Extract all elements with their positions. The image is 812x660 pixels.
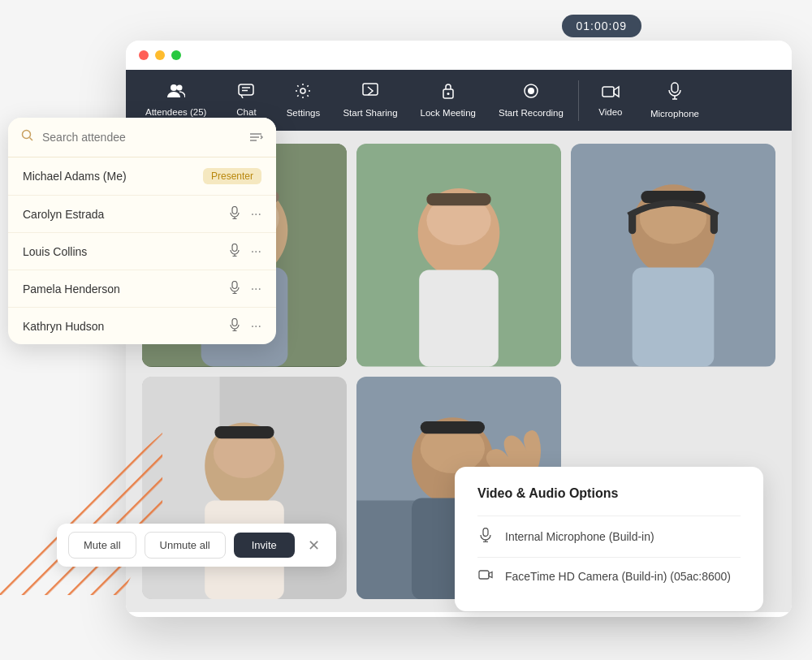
svg-rect-49 xyxy=(232,207,237,214)
video-label: Video xyxy=(598,107,622,117)
presenter-badge: Presenter xyxy=(203,168,261,184)
attendees-label: Attendees (25) xyxy=(145,107,206,117)
window-chrome xyxy=(126,41,792,70)
attendee-row: Michael Adams (Me) Presenter xyxy=(8,157,276,196)
chrome-minimize[interactable] xyxy=(155,50,165,60)
svg-rect-63 xyxy=(483,528,488,537)
video-tile-3 xyxy=(571,144,775,367)
svg-rect-58 xyxy=(232,319,237,326)
attendee-name: Kathryn Hudson xyxy=(23,320,230,333)
microphone-label: Microphone xyxy=(650,109,699,119)
mic-icon xyxy=(230,281,240,296)
attendee-name: Louis Collins xyxy=(23,245,230,258)
bottom-action-bar: Mute all Unmute all Invite ✕ xyxy=(57,524,336,567)
attendee-name: Michael Adams (Me) xyxy=(23,170,197,183)
settings-label: Settings xyxy=(287,108,321,118)
search-attendee-input[interactable] xyxy=(42,131,240,144)
toolbar-start-recording[interactable]: Start Recording xyxy=(487,75,575,126)
toolbar-lock-meeting[interactable]: Lock Meeting xyxy=(409,75,487,126)
mute-all-button[interactable]: Mute all xyxy=(68,532,136,559)
recording-icon xyxy=(523,83,539,103)
attendee-panel: Michael Adams (Me) Presenter Carolyn Est… xyxy=(8,118,276,344)
svg-point-5 xyxy=(300,88,305,93)
attendee-row: Louis Collins ··· xyxy=(8,233,276,270)
close-bar-button[interactable]: ✕ xyxy=(303,533,325,558)
chrome-close[interactable] xyxy=(139,50,149,60)
more-options-icon[interactable]: ··· xyxy=(251,282,261,296)
more-options-icon[interactable]: ··· xyxy=(251,319,261,334)
svg-rect-24 xyxy=(426,193,490,205)
audio-options-panel: Video & Audio Options Internal Microphon… xyxy=(455,467,763,611)
svg-rect-52 xyxy=(232,244,237,252)
audio-option-camera: FaceTime HD Camera (Build-in) (05ac:8600… xyxy=(477,561,741,592)
attendee-name: Carolyn Estrada xyxy=(23,208,230,221)
camera-option-icon xyxy=(477,569,494,584)
svg-rect-66 xyxy=(479,571,489,579)
lock-meeting-label: Lock Meeting xyxy=(421,108,476,118)
sharing-icon xyxy=(362,83,378,103)
audio-option-microphone: Internal Microphone (Build-in) xyxy=(477,520,741,554)
microphone-option-text: Internal Microphone (Build-in) xyxy=(505,530,654,543)
mic-icon xyxy=(230,206,240,222)
svg-point-10 xyxy=(528,88,534,94)
svg-rect-37 xyxy=(214,426,274,438)
more-options-icon[interactable]: ··· xyxy=(251,207,261,222)
mic-icon xyxy=(230,318,240,334)
attendee-row: Kathryn Hudson ··· xyxy=(8,308,276,344)
toolbar-start-sharing[interactable]: Start Sharing xyxy=(331,75,408,126)
toolbar-video[interactable]: Video xyxy=(582,75,639,125)
svg-point-0 xyxy=(171,84,177,91)
attendees-icon xyxy=(167,84,185,102)
svg-rect-27 xyxy=(633,268,715,367)
search-icon xyxy=(21,129,34,145)
svg-point-44 xyxy=(23,131,31,139)
settings-icon xyxy=(295,83,311,103)
svg-rect-11 xyxy=(603,87,614,97)
svg-point-1 xyxy=(176,85,182,91)
toolbar-microphone[interactable]: Microphone xyxy=(639,74,710,127)
lock-icon xyxy=(442,83,455,103)
microphone-icon xyxy=(668,82,681,104)
chrome-maximize[interactable] xyxy=(171,50,181,60)
svg-point-8 xyxy=(447,93,449,95)
svg-rect-12 xyxy=(672,83,678,93)
more-options-icon[interactable]: ··· xyxy=(251,244,261,259)
camera-option-text: FaceTime HD Camera (Build-in) (05ac:8600… xyxy=(505,570,731,583)
svg-rect-22 xyxy=(419,270,499,367)
mic-option-icon xyxy=(477,528,494,546)
invite-button[interactable]: Invite xyxy=(234,533,295,558)
attendee-search-bar xyxy=(8,118,276,157)
audio-divider xyxy=(477,515,741,516)
toolbar-settings[interactable]: Settings xyxy=(274,75,331,126)
svg-rect-43 xyxy=(421,421,485,433)
chat-label: Chat xyxy=(236,107,256,117)
mic-icon xyxy=(230,244,240,259)
chat-icon xyxy=(238,84,254,102)
attendee-row: Pamela Henderson ··· xyxy=(8,270,276,308)
audio-divider-2 xyxy=(477,557,741,558)
sort-button[interactable] xyxy=(248,132,263,143)
unmute-all-button[interactable]: Unmute all xyxy=(145,532,226,559)
svg-marker-62 xyxy=(0,433,162,595)
svg-line-45 xyxy=(30,138,33,141)
timer-badge: 01:00:09 xyxy=(562,15,642,37)
decorative-pattern xyxy=(0,433,162,595)
video-tile-2 xyxy=(356,144,561,367)
attendee-name: Pamela Henderson xyxy=(23,283,230,295)
start-sharing-label: Start Sharing xyxy=(343,108,397,118)
attendee-list: Michael Adams (Me) Presenter Carolyn Est… xyxy=(8,157,276,344)
attendee-row: Carolyn Estrada ··· xyxy=(8,196,276,233)
audio-options-title: Video & Audio Options xyxy=(477,486,741,501)
video-icon xyxy=(602,84,620,102)
toolbar-separator xyxy=(578,80,579,121)
start-recording-label: Start Recording xyxy=(499,108,564,118)
svg-rect-55 xyxy=(232,282,237,289)
svg-rect-2 xyxy=(239,84,253,95)
timer-value: 01:00:09 xyxy=(577,19,628,32)
